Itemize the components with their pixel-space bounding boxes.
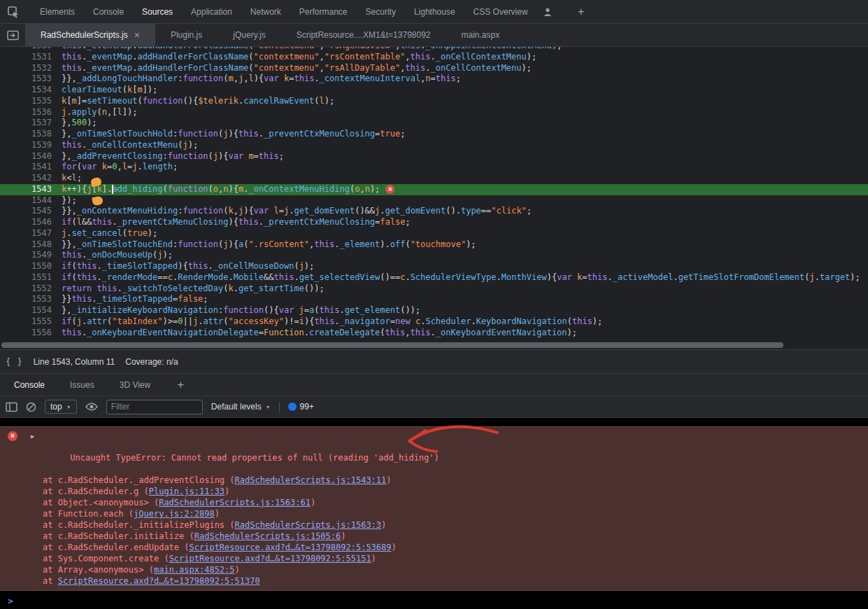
panel-tab-network[interactable]: Network	[241, 0, 290, 23]
expand-triangle-icon[interactable]: ▶	[31, 431, 34, 442]
code-text[interactable]: if(l&&this._preventCtxMenuClosing){this.…	[62, 217, 411, 228]
code-text[interactable]: }},_onContextMenuHiding:function(k,j){va…	[62, 206, 532, 217]
line-number[interactable]: 1545	[0, 206, 62, 217]
stack-source-link[interactable]: ScriptResource.axd?d…&t=13798092:5:53689	[190, 542, 392, 552]
stack-source-link[interactable]: jQuery.js:2:2898	[134, 509, 215, 519]
line-number[interactable]: 1537	[0, 118, 62, 129]
live-expression-eye-icon[interactable]	[85, 402, 98, 411]
stack-source-link[interactable]: RadSchedulerScripts.js:1563:3	[235, 520, 382, 530]
line-number[interactable]: 1550	[0, 261, 62, 272]
line-number[interactable]: 1546	[0, 217, 62, 228]
drawer-tab-console[interactable]: Console	[1, 374, 57, 396]
line-number[interactable]: 1556	[0, 328, 62, 339]
line-number[interactable]: 1553	[0, 294, 62, 305]
panel-tab-console[interactable]: Console	[84, 0, 133, 23]
line-number[interactable]: 1549	[0, 250, 62, 261]
person-icon[interactable]	[543, 7, 553, 17]
line-number[interactable]: 1539	[0, 140, 62, 151]
line-number[interactable]: 1552	[0, 284, 62, 295]
line-number[interactable]: 1547	[0, 228, 62, 239]
error-message[interactable]: ▶ Uncaught TypeError: Cannot read proper…	[0, 430, 868, 475]
pretty-print-icon[interactable]: { }	[6, 357, 23, 367]
code-text[interactable]: },_initializeKeyboardNavigation:function…	[62, 305, 420, 316]
stack-source-link[interactable]: main.aspx:4852:5	[154, 565, 235, 575]
drawer-tab-3d-view[interactable]: 3D View	[107, 374, 163, 396]
code-text[interactable]: }},_addLongTouchHandler:function(m,j,l){…	[62, 74, 461, 85]
code-text[interactable]: if(this._timeSlotTapped){this._onCellMou…	[62, 261, 314, 272]
panel-tab-application[interactable]: Application	[182, 0, 241, 23]
code-text[interactable]: },_addPreventClosing:function(j){var m=t…	[62, 151, 284, 162]
line-number[interactable]: 1536	[0, 107, 62, 118]
code-text[interactable]: k<l;	[62, 173, 82, 184]
line-number[interactable]: 1530	[0, 47, 62, 52]
close-tab-icon[interactable]: ×	[134, 30, 140, 40]
code-text[interactable]: },_onTimeSlotTouchHold:function(j){this.…	[62, 129, 405, 140]
source-editor[interactable]: 1530this._eventMap.addHandlerForClassNam…	[0, 47, 868, 341]
code-text[interactable]: clearTimeout(k[m]);	[62, 85, 157, 96]
line-number[interactable]: 1532	[0, 63, 62, 74]
code-text[interactable]: if(this._renderMode==c.RenderMode.Mobile…	[62, 272, 860, 284]
stack-source-link[interactable]: RadSchedulerScripts.js:1543:11	[235, 475, 387, 485]
code-text[interactable]: }}this._timeSlotTapped=false;	[62, 294, 208, 305]
add-drawer-tab-icon[interactable]: +	[177, 378, 184, 392]
line-number[interactable]: 1535	[0, 96, 62, 107]
code-text[interactable]: this._eventMap.addHandlerForClassName("c…	[62, 47, 562, 52]
code-text[interactable]: this._eventMap.addHandlerForClassName("c…	[62, 52, 536, 63]
panel-tab-css-overview[interactable]: CSS Overview	[464, 0, 537, 23]
line-number[interactable]: 1533	[0, 74, 62, 85]
message-count-badge[interactable]: 99+	[288, 402, 314, 412]
stack-source-link[interactable]: RadSchedulerScripts.js:1505:6	[194, 531, 341, 541]
add-panel-icon[interactable]: +	[571, 5, 592, 19]
code-text[interactable]: j.set_cancel(true);	[62, 228, 157, 239]
execution-context-selector[interactable]: top ▼	[45, 400, 77, 414]
toggle-console-sidebar-icon[interactable]	[6, 402, 17, 412]
stack-source-link[interactable]: ScriptResource.axd?d…&t=13798092:5:55151	[169, 554, 371, 564]
line-number[interactable]: 1548	[0, 239, 62, 251]
line-number[interactable]: 1551	[0, 272, 62, 284]
panel-tab-performance[interactable]: Performance	[290, 0, 357, 23]
line-number[interactable]: 1555	[0, 316, 62, 328]
file-tab[interactable]: ScriptResource....XM1&t=13798092	[281, 24, 446, 46]
stack-source-link[interactable]: RadSchedulerScripts.js:1563:61	[159, 498, 311, 507]
console-filter-input[interactable]	[106, 400, 203, 414]
scrollbar-thumb[interactable]	[1, 342, 783, 348]
line-number[interactable]: 1554	[0, 305, 62, 316]
line-number[interactable]: 1544	[0, 195, 62, 206]
file-tab[interactable]: main.aspx	[446, 24, 515, 46]
stack-source-link[interactable]: ScriptResource.axd?d…&t=13798092:5:51370	[58, 576, 260, 586]
code-text[interactable]: });	[62, 195, 77, 206]
code-text[interactable]: return this._switchToSelectedDay(k.get_s…	[62, 284, 325, 295]
panel-tab-sources[interactable]: Sources	[133, 0, 182, 23]
stack-source-link[interactable]: Plugin.js:11:33	[149, 486, 225, 496]
code-text[interactable]: if(j.attr("tabIndex")>=0||j.attr("access…	[62, 316, 602, 328]
code-text[interactable]: this._onKeyboardEventNavigationDelegate=…	[62, 328, 577, 339]
console-prompt[interactable]: >	[0, 591, 868, 606]
file-tab[interactable]: Plugin.js	[155, 24, 218, 46]
line-number[interactable]: 1542	[0, 173, 62, 184]
toggle-navigator-icon[interactable]	[0, 24, 25, 46]
line-number[interactable]: 1538	[0, 129, 62, 140]
log-levels-selector[interactable]: Default levels ▼	[211, 402, 271, 412]
drawer-tab-issues[interactable]: Issues	[57, 374, 107, 396]
panel-tab-elements[interactable]: Elements	[31, 0, 84, 23]
line-number[interactable]: 1540	[0, 151, 62, 162]
inspect-element-icon[interactable]	[7, 6, 20, 18]
file-tab[interactable]: jQuery.js	[218, 24, 280, 46]
line-number[interactable]: 1531	[0, 52, 62, 63]
code-text[interactable]: j.apply(n,[l]);	[62, 107, 137, 118]
line-number[interactable]: 1541	[0, 162, 62, 173]
code-text[interactable]: for(var k=0,l=j.length;	[62, 162, 178, 173]
code-text[interactable]: this._onDocMouseUp(j);	[62, 250, 173, 261]
panel-tab-security[interactable]: Security	[357, 0, 405, 23]
code-text[interactable]: },500);	[62, 118, 97, 129]
code-text[interactable]: this._eventMap.addHandlerForClassName("c…	[62, 63, 532, 74]
code-text[interactable]: }},_onTimeSlotTouchEnd:function(j){a(".r…	[62, 239, 476, 251]
panel-tab-lighthouse[interactable]: Lighthouse	[405, 0, 464, 23]
code-text[interactable]: k++){j[k].add_hiding(function(o,n){m._on…	[62, 184, 394, 195]
line-number[interactable]: 1543	[0, 184, 62, 195]
clear-console-icon[interactable]	[26, 402, 36, 412]
file-tab[interactable]: RadSchedulerScripts.js×	[25, 24, 155, 46]
code-text[interactable]: this._onCellContextMenu(j);	[62, 140, 198, 151]
line-number[interactable]: 1534	[0, 85, 62, 96]
code-text[interactable]: k[m]=setTimeout(function(){$telerik.canc…	[62, 96, 334, 107]
